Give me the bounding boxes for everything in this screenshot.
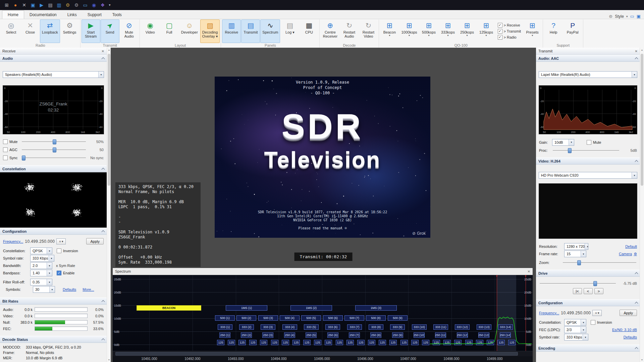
section-header-audio[interactable]: Audio	[0, 55, 107, 62]
drive-down-button[interactable]: <	[584, 288, 593, 294]
camera-link[interactable]: Camera	[619, 252, 632, 256]
transmit-panel-scrollbar[interactable]: ▲ ▼	[640, 48, 644, 362]
spectrum-scrollbar[interactable]	[113, 351, 533, 356]
ribbon-button-start-stream[interactable]: ▶Start Stream	[82, 19, 100, 43]
ribbon-button-restart-video[interactable]: ↻Restart Video	[359, 19, 378, 43]
video-panel-icon[interactable]: ▥	[55, 0, 63, 10]
mute-checkbox[interactable]	[3, 139, 8, 144]
symbols-select[interactable]: 30 ▾	[33, 286, 55, 293]
ribbon-button-spectrum[interactable]: ∿Spectrum	[260, 19, 280, 43]
agc-checkbox[interactable]	[3, 147, 8, 152]
frequency-value[interactable]: 10.499.250.000	[25, 239, 55, 244]
ribbon-button-beacon[interactable]: ⊞Beacon▾	[380, 19, 399, 43]
more-link[interactable]: More...	[83, 287, 94, 291]
drive-slider[interactable]	[539, 281, 616, 286]
inversion-checkbox[interactable]	[57, 248, 61, 253]
constellation-select[interactable]: QPSK ▾	[30, 247, 52, 254]
sync-slider[interactable]	[21, 155, 87, 161]
chevron-down-icon[interactable]: ▾	[626, 15, 628, 18]
monitor-icon[interactable]: ▭	[81, 0, 89, 10]
webcam-device-select[interactable]: HD Pro Webcam C920 ▾	[539, 172, 637, 179]
window-menu-icon[interactable]: ⊞	[3, 0, 11, 10]
frequency-menu-button[interactable]: ≡ ▾	[56, 238, 66, 244]
apply-button[interactable]: Apply	[620, 310, 637, 316]
scrollbar-thumb[interactable]	[641, 54, 643, 186]
ribbon-button-paypal[interactable]: PPayPal	[563, 19, 582, 43]
ribbon-button-send[interactable]: ➤Send	[101, 19, 119, 43]
ribbon-button-log[interactable]: ▤Log ▾	[280, 19, 299, 43]
gain-select[interactable]: 10dB ▾	[552, 139, 574, 146]
ribbon-check-radio[interactable]: ✓> Radio	[498, 35, 521, 40]
ribbon-button-centre-receiver[interactable]: ⊕Centre Receiver	[321, 19, 339, 43]
slider-thumb[interactable]	[593, 281, 597, 286]
loopback-icon[interactable]: ▣	[29, 0, 37, 10]
ribbon-button-mute-audio[interactable]: ⊘Mute Audio	[120, 19, 139, 43]
menu-tab-home[interactable]: Home	[2, 10, 24, 19]
slider-thumb[interactable]	[53, 147, 56, 152]
ribbon-button-125ksps[interactable]: ⊞125ksps▾	[477, 19, 496, 43]
window-layout-button[interactable]: ▣	[637, 14, 641, 19]
audio-device-select[interactable]: Speakers (Realtek(R) Audio) ▾	[3, 71, 104, 78]
frequency-link[interactable]: Frequency...	[539, 311, 559, 315]
section-header-tx-configuration[interactable]: Configuration	[536, 299, 640, 306]
section-header-constellation[interactable]: Constellation	[0, 165, 107, 172]
slider-thumb[interactable]	[577, 260, 581, 265]
apply-button[interactable]: Apply	[86, 238, 104, 244]
close-icon[interactable]: ✕	[528, 270, 530, 273]
zoom-slider[interactable]	[562, 260, 637, 265]
ribbon-button-250ksps[interactable]: ⊞250ksps▾	[458, 19, 477, 43]
ribbon-button-receive[interactable]: ▥Receive	[222, 19, 241, 43]
tools-icon[interactable]: ⚙	[72, 0, 80, 10]
power-icon[interactable]: ◉	[90, 0, 98, 10]
bandpass-enable-checkbox[interactable]: ✓	[57, 271, 61, 275]
ribbon-button-loopback[interactable]: ⇄Loopback	[40, 19, 60, 43]
log-icon[interactable]: ▤	[46, 0, 54, 10]
ribbon-check-receive[interactable]: ✓> Receive	[498, 23, 521, 28]
ribbon-button-333ksps[interactable]: ⊞333ksps▾	[439, 19, 458, 43]
ribbon-button-decoding-overlay[interactable]: ▧Decoding Overlay ▾	[200, 19, 220, 43]
ribbon-button-video[interactable]: ◉Video	[141, 19, 160, 43]
close-radio-icon[interactable]: ✕	[20, 0, 28, 10]
constellation-select[interactable]: QPSK ▾	[564, 319, 586, 326]
scrollbar-thumb[interactable]	[115, 352, 518, 356]
ribbon-button-cpu[interactable]: ▦CPU	[300, 19, 318, 43]
menu-tab-support[interactable]: Support	[82, 11, 107, 19]
frequency-menu-button[interactable]: ≡ ▾	[592, 310, 602, 316]
bandpass-select[interactable]: 1.40 ▾	[30, 270, 52, 276]
section-header-audio-aac[interactable]: Audio: AAC	[536, 55, 640, 62]
ribbon-button-help[interactable]: ?Help	[544, 19, 563, 43]
ribbon-button-settings[interactable]: ⚙Settings	[60, 19, 79, 43]
ribbon-button-presets[interactable]: ⊞Presets▾	[523, 19, 542, 43]
section-header-configuration[interactable]: Configuration	[0, 228, 107, 235]
ribbon-button-transmit[interactable]: ▤Transmit	[241, 19, 260, 43]
ribbon-button-select[interactable]: ◎Select	[2, 19, 20, 43]
esn0-link[interactable]: Es/N0: 3.10 dB	[612, 328, 637, 332]
drive-reset-button[interactable]: |<	[573, 288, 582, 294]
start-stream-icon[interactable]: ▶	[38, 0, 46, 10]
close-icon[interactable]: ✕	[102, 49, 104, 53]
rolloff-select[interactable]: 0.35 ▾	[30, 279, 52, 285]
frequency-link[interactable]: Frequency...	[3, 239, 23, 243]
section-header-bitrates[interactable]: Bit Rates	[0, 298, 107, 305]
slider-thumb[interactable]	[53, 139, 56, 144]
drive-up-button[interactable]: >	[594, 288, 603, 294]
default-link[interactable]: Default	[625, 244, 637, 248]
scroll-up-icon[interactable]: ▲	[640, 49, 644, 51]
frequency-value[interactable]: 10.499.250.000	[561, 311, 591, 315]
slider-thumb[interactable]	[568, 148, 572, 153]
mic-device-select[interactable]: Lapel Mike (Realtek(R) Audio) ▾	[539, 71, 637, 78]
slider-thumb[interactable]	[22, 155, 25, 161]
sync-checkbox[interactable]	[3, 155, 8, 160]
camera-gear-icon[interactable]: ⚙	[634, 252, 637, 256]
menu-tab-links[interactable]: Links	[62, 11, 82, 19]
close-icon[interactable]: ✕	[635, 49, 638, 53]
ribbon-button-developer[interactable]: ☺Developer	[179, 19, 200, 43]
tx-mute-checkbox[interactable]	[587, 140, 591, 145]
ribbon-check-transmit[interactable]: ✓> Transmit	[498, 29, 521, 34]
ribbon-button-close[interactable]: ✕Close	[21, 19, 40, 43]
symbol-rate-select[interactable]: 333 Kbps ▾	[564, 334, 588, 341]
scrollbar-thumb[interactable]	[108, 54, 110, 186]
app-logo-icon[interactable]: ●	[11, 0, 19, 10]
bandwidth-select[interactable]: 2.0 ▾	[30, 262, 52, 269]
inversion-checkbox[interactable]	[591, 320, 595, 325]
